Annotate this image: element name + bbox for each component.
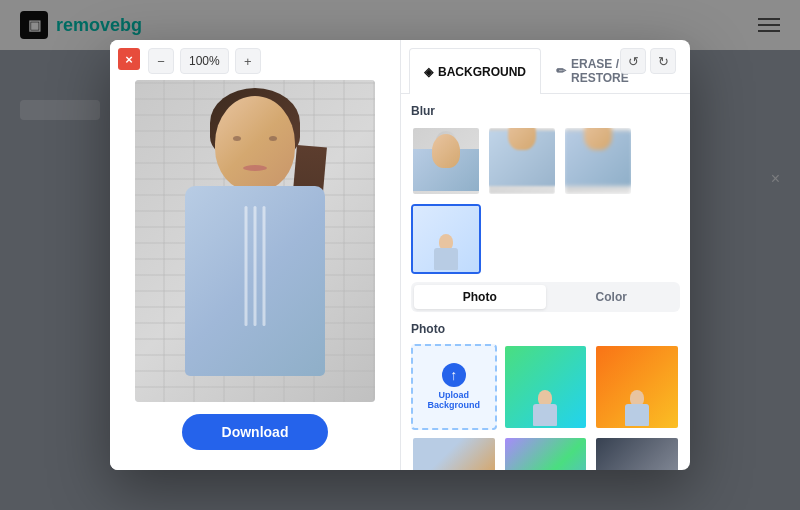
shirt-lines [245,206,266,326]
photo-color-toggle: Photo Color [411,282,680,312]
person-figure [175,86,335,396]
modal-toolbar: − 100% + [148,48,261,74]
eye-left [233,136,241,141]
undo-icon: ↺ [628,54,639,69]
photo-cell-2[interactable] [594,344,680,430]
toggle-photo-button[interactable]: Photo [414,285,546,309]
upload-bg-icon: ↑ [442,363,466,387]
right-panel-content: Blur [401,94,690,470]
mouth [243,165,267,171]
redo-icon: ↻ [658,54,669,69]
shirt-line-1 [245,206,248,326]
mini-person-2 [502,131,542,191]
blur-section-label: Blur [411,104,680,118]
selected-figure [434,234,458,270]
tab-background[interactable]: ◈ BACKGROUND [409,48,541,94]
shirt-line-2 [254,206,257,326]
photo-section-label: Photo [411,322,680,336]
upload-background-cell[interactable]: ↑ UploadBackground [411,344,497,430]
blur-thumbnails-row-2 [411,204,680,274]
redo-button[interactable]: ↻ [650,48,676,74]
blur-thumb-low[interactable] [487,126,557,196]
mini-body-wrapper-2 [487,131,557,186]
photo-grid: ↑ UploadBackground [411,344,680,470]
editor-modal: × − 100% + [110,40,690,470]
modal-overlay: × − 100% + [0,0,800,510]
plus-icon: + [244,54,252,69]
selected-mini-body [434,248,458,270]
blur-thumb-low-inner [489,128,555,194]
photo-cell-4-bg [505,438,587,470]
mini-face-3 [584,126,612,150]
mini-person-3 [578,131,618,191]
background-tab-label: BACKGROUND [438,65,526,79]
zoom-out-button[interactable]: − [148,48,174,74]
cell-1-figure [533,390,557,426]
cell-1-body [533,404,557,426]
undo-redo-toolbar: ↺ ↻ [620,48,676,74]
modal-close-button[interactable]: × [118,48,140,70]
background-tab-icon: ◈ [424,65,433,79]
photo-cell-5-bg [596,438,678,470]
blur-thumb-none-inner [413,128,479,194]
person-body [185,186,325,376]
shirt-line-3 [263,206,266,326]
photo-cell-3-bg [413,438,495,470]
preview-image [135,80,375,402]
toggle-color-button[interactable]: Color [546,285,678,309]
close-icon: × [125,52,133,67]
cell-2-body [625,404,649,426]
upload-bg-label: UploadBackground [428,390,481,412]
mini-face-2 [508,126,536,150]
mini-body-wrapper-3 [563,131,633,186]
zoom-in-button[interactable]: + [235,48,261,74]
cell-2-figure [625,390,649,426]
minus-icon: − [157,54,165,69]
mini-person-1 [426,131,466,191]
image-panel: Download [110,40,400,470]
mini-face-1 [432,134,460,168]
blur-thumb-high[interactable] [563,126,633,196]
undo-button[interactable]: ↺ [620,48,646,74]
photo-cell-2-bg [596,346,678,428]
blur-thumb-selected-inner [413,206,479,272]
blur-thumb-high-inner [565,128,631,194]
mini-body-wrapper-1 [411,149,481,191]
blur-thumb-selected[interactable] [411,204,481,274]
erase-tab-icon: ✏ [556,64,566,78]
person-head [215,96,295,191]
right-panel: ↺ ↻ ◈ BACKGROUND ✏ ERASE / RESTORE [400,40,690,470]
blur-thumb-none[interactable] [411,126,481,196]
eye-right [269,136,277,141]
zoom-display: 100% [180,48,229,74]
blur-thumbnails-row-1 [411,126,680,196]
photo-cell-1-bg [505,346,587,428]
photo-cell-5[interactable] [594,436,680,470]
zoom-value: 100% [189,54,220,68]
photo-cell-4[interactable] [503,436,589,470]
photo-cell-3[interactable] [411,436,497,470]
download-button[interactable]: Download [182,414,329,450]
person-hair [210,88,300,158]
photo-cell-1[interactable] [503,344,589,430]
